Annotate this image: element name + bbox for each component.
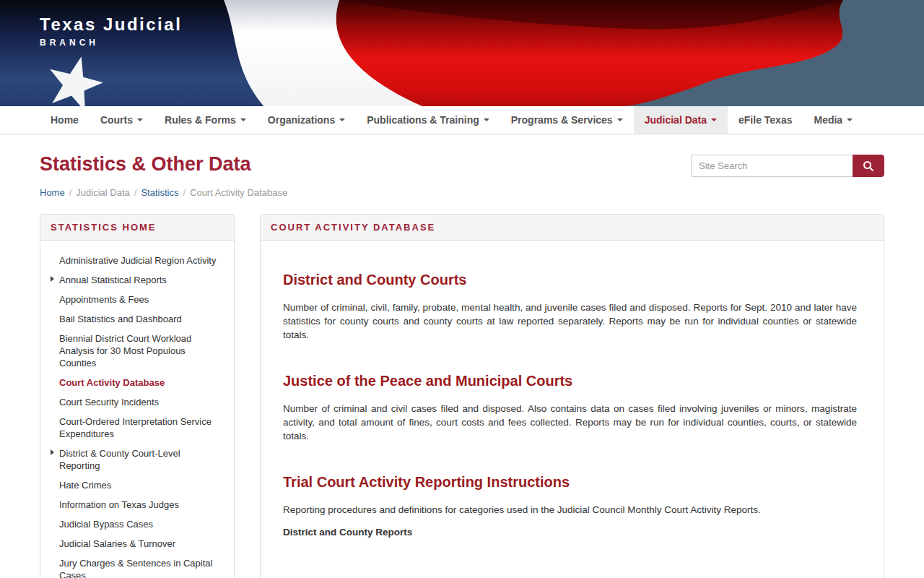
nav-item-rules-forms[interactable]: Rules & Forms [154,106,257,134]
sidebar-item-judicial-salaries-turnover[interactable]: Judicial Salaries & Turnover [51,534,225,553]
nav-item-efile-texas[interactable]: eFile Texas [728,106,803,134]
site-logo[interactable]: Texas Judicial BRANCH [40,14,182,48]
sidebar-item-label: Bail Statistics and Dashboard [59,314,182,324]
chevron-down-icon [339,118,345,121]
sidebar-item-biennial-district-court-workload-analysi[interactable]: Biennial District Court Workload Analysi… [51,329,225,373]
breadcrumb-current: Court Activity Database [190,187,287,198]
chevron-down-icon [240,118,246,121]
main-navbar: Home Courts Rules & Forms Organizations … [0,106,924,134]
nav-item-label: Programs & Services [511,114,613,126]
sidebar-item-label: Court-Ordered Interpretation Service Exp… [59,416,212,439]
sidebar-header: STATISTICS HOME [40,215,234,241]
nav-item-media[interactable]: Media [803,106,863,134]
sidebar-item-appointments-fees[interactable]: Appointments & Fees [51,290,225,309]
sidebar-item-information-on-texas-judges[interactable]: Information on Texas Judges [51,495,225,514]
nav-item-label: Judicial Data [645,114,707,126]
brand-title: Texas Judicial [40,14,182,35]
chevron-down-icon [617,118,623,121]
breadcrumb-link[interactable]: Home [40,187,65,198]
main-panel: COURT ACTIVITY DATABASE District and Cou… [260,214,884,578]
section-description: Number of criminal, civil, family, proba… [283,301,857,342]
sidebar-panel: STATISTICS HOME Administrative Judicial … [40,214,235,578]
main-panel-header: COURT ACTIVITY DATABASE [261,215,884,241]
main-body: District and County Courts Number of cri… [261,272,884,578]
submenu-arrow-icon [51,276,54,282]
sidebar-item-court-ordered-interpretation-service-exp[interactable]: Court-Ordered Interpretation Service Exp… [51,412,225,444]
section-description: Reporting procedures and definitions for… [283,503,857,517]
breadcrumb-separator: / [183,187,186,198]
nav-item-label: Courts [100,114,133,126]
sidebar-item-label: Appointments & Fees [59,294,149,305]
nav-item-label: Home [51,114,79,126]
content-section: District and County Courts Number of cri… [283,272,857,342]
nav-item-judicial-data[interactable]: Judicial Data [634,106,728,134]
sidebar-item-label: Judicial Salaries & Turnover [59,538,175,549]
nav-item-publications-training[interactable]: Publications & Training [356,106,500,134]
content-section: Justice of the Peace and Municipal Court… [283,373,857,443]
chevron-down-icon [847,118,853,121]
submenu-arrow-icon [51,449,54,455]
sidebar-item-label: District & County Court-Level Reporting [59,448,180,471]
sidebar-item-judicial-bypass-cases[interactable]: Judicial Bypass Cases [51,514,225,534]
sidebar-item-label: Annual Statistical Reports [59,275,167,285]
nav-item-label: Media [814,114,842,126]
content-section: Trial Court Activity Reporting Instructi… [283,474,857,538]
nav-item-programs-services[interactable]: Programs & Services [500,106,634,134]
sidebar-item-court-security-incidents[interactable]: Court Security Incidents [51,392,225,412]
sidebar-item-court-activity-database[interactable]: Court Activity Database [51,373,225,392]
nav-item-organizations[interactable]: Organizations [257,106,356,134]
brand-subtitle: BRANCH [40,38,182,48]
main-nav: Home Courts Rules & Forms Organizations … [40,106,884,134]
nav-item-label: Rules & Forms [165,114,236,126]
breadcrumb-current: Judicial Data [76,187,129,198]
section-heading: Trial Court Activity Reporting Instructi… [283,474,857,491]
sidebar-item-label: Information on Texas Judges [59,499,179,510]
magnifier-icon [863,160,874,172]
sidebar-item-label: Court Security Incidents [59,397,159,407]
flag-banner: Texas Judicial BRANCH [0,0,924,106]
sidebar-item-bail-statistics-and-dashboard[interactable]: Bail Statistics and Dashboard [51,309,225,329]
sidebar-item-label: Biennial District Court Workload Analysi… [59,333,191,368]
breadcrumb-link[interactable]: Statistics [141,187,178,198]
search-input[interactable] [691,155,853,177]
nav-item-label: eFile Texas [738,114,792,126]
sidebar-list: Administrative Judicial Region Activity … [40,241,234,578]
breadcrumb-separator: / [69,187,72,198]
section-heading: Justice of the Peace and Municipal Court… [283,373,857,389]
sidebar-item-label: Court Activity Database [59,377,165,388]
sidebar-item-label: Administrative Judicial Region Activity [59,255,216,266]
nav-item-label: Publications & Training [367,114,479,126]
sidebar-item-label: Jury Charges & Sentences in Capital Case… [59,558,212,578]
chevron-down-icon [484,118,489,121]
search-button[interactable] [853,155,884,177]
sidebar-item-district-county-court-level-reporting[interactable]: District & County Court-Level Reporting [51,444,225,475]
section-heading: District and County Courts [283,272,857,288]
nav-item-courts[interactable]: Courts [90,106,154,134]
site-search [691,155,884,177]
nav-item-label: Organizations [268,114,335,126]
sidebar-item-administrative-judicial-region-activity[interactable]: Administrative Judicial Region Activity [51,251,225,270]
sidebar-item-annual-statistical-reports[interactable]: Annual Statistical Reports [51,270,225,290]
breadcrumb: Home/Judicial Data/Statistics/Court Acti… [40,187,884,198]
chevron-down-icon [711,118,717,121]
section-description: Number of criminal and civil cases filed… [283,402,857,443]
section-subheading: District and County Reports [283,527,857,538]
sidebar-item-label: Hate Crimes [59,480,111,491]
nav-item-home[interactable]: Home [40,106,90,134]
breadcrumb-separator: / [134,187,137,198]
sidebar-item-hate-crimes[interactable]: Hate Crimes [51,475,225,495]
sidebar-item-jury-charges-sentences-in-capital-cases[interactable]: Jury Charges & Sentences in Capital Case… [51,553,225,578]
chevron-down-icon [137,118,143,121]
page-title: Statistics & Other Data [40,153,251,176]
sidebar-item-label: Judicial Bypass Cases [59,519,153,530]
